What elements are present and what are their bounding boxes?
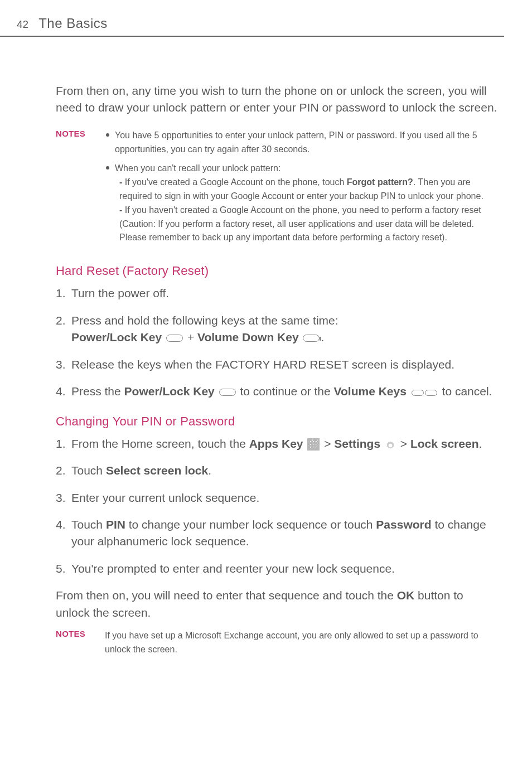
- notes-content: You have 5 opportunities to enter your u…: [105, 129, 499, 250]
- followup-paragraph: From then on, you will need to enter tha…: [56, 587, 499, 621]
- step2-end: .: [321, 331, 324, 343]
- pin-s4-pre: Touch: [71, 518, 106, 531]
- note-bullet-2: When you can't recall your unlock patter…: [105, 162, 499, 245]
- power-lock-key-label-2: Power/Lock Key: [124, 385, 218, 398]
- pin-label: PIN: [106, 518, 125, 531]
- password-label: Password: [376, 518, 431, 531]
- select-screen-lock-label: Select screen lock: [106, 464, 208, 477]
- intro-paragraph: From then on, any time you wish to turn …: [56, 83, 499, 117]
- pin-step-4: Touch PIN to change your number lock seq…: [56, 516, 499, 550]
- note-bullet-1: You have 5 opportunities to enter your u…: [105, 129, 499, 157]
- forgot-pattern-label: Forgot pattern?: [347, 177, 413, 187]
- power-lock-key-label: Power/Lock Key: [71, 331, 165, 343]
- pin-s2-end: .: [208, 464, 211, 477]
- hard-reset-steps: Turn the power off. Press and hold the f…: [56, 285, 499, 400]
- changing-pin-steps: From the Home screen, touch the Apps Key…: [56, 435, 499, 578]
- page-content: From then on, any time you wish to turn …: [0, 83, 532, 657]
- gear-icon: [385, 439, 396, 450]
- dash-icon: -: [119, 205, 125, 215]
- pin-step-1: From the Home screen, touch the Apps Key…: [56, 435, 499, 452]
- step-3: Release the keys when the FACTORY HARD R…: [56, 356, 499, 373]
- notes-block-2: NOTES If you have set up a Microsoft Exc…: [56, 629, 499, 657]
- pin-s1-end: .: [478, 437, 482, 450]
- step4-post: to cancel.: [439, 385, 492, 398]
- note-b2-intro: When you can't recall your unlock patter…: [115, 162, 499, 176]
- ok-button-label: OK: [397, 589, 415, 602]
- apps-key-label: Apps Key: [249, 437, 307, 450]
- step4-mid: to continue or the: [237, 385, 334, 398]
- step-1: Turn the power off.: [56, 285, 499, 302]
- step-2: Press and hold the following keys at the…: [56, 312, 499, 346]
- volume-keys-icon: [411, 384, 438, 400]
- follow-pre: From then on, you will need to enter tha…: [56, 589, 397, 602]
- pin-step-3: Enter your current unlock sequence.: [56, 490, 499, 506]
- pin-step-5: You're prompted to enter and reenter you…: [56, 560, 499, 577]
- settings-label: Settings: [334, 437, 384, 450]
- note-sub-1: - If you've created a Google Account on …: [115, 176, 499, 204]
- note-sub-2: - If you haven't created a Google Accoun…: [115, 204, 499, 245]
- page-header: 42 The Basics: [0, 0, 504, 37]
- pin-step-2: Touch Select screen lock.: [56, 462, 499, 479]
- note-sub2-text: If you haven't created a Google Account …: [119, 205, 481, 243]
- step-4: Press the Power/Lock Key to continue or …: [56, 383, 499, 401]
- notes-label: NOTES: [56, 129, 105, 250]
- notes-content-2: If you have set up a Microsoft Exchange …: [105, 629, 499, 657]
- apps-key-icon: [307, 438, 320, 451]
- step2-pre: Press and hold the following keys at the…: [71, 314, 338, 327]
- volume-keys-label: Volume Keys: [334, 385, 410, 398]
- page-number: 42: [17, 18, 28, 31]
- plus-text: +: [184, 331, 197, 343]
- hard-reset-heading: Hard Reset (Factory Reset): [56, 264, 499, 278]
- step4-pre: Press the: [71, 385, 124, 398]
- notes-block-1: NOTES You have 5 opportunities to enter …: [56, 129, 499, 250]
- pin-s1-pre: From the Home screen, touch the: [71, 437, 249, 450]
- lock-screen-label: Lock screen: [410, 437, 479, 450]
- pin-s4-mid: to change your number lock sequence or t…: [125, 518, 376, 531]
- gt2: >: [397, 437, 410, 450]
- pin-s2-pre: Touch: [71, 464, 106, 477]
- dash-icon: -: [119, 177, 125, 187]
- changing-pin-heading: Changing Your PIN or Password: [56, 414, 499, 429]
- power-key-icon: [219, 389, 236, 396]
- power-key-icon: [166, 335, 183, 342]
- volume-down-icon: [303, 335, 320, 342]
- note-sub1-pre: If you've created a Google Account on th…: [125, 177, 347, 187]
- header-title: The Basics: [38, 16, 108, 31]
- volume-down-key-label: Volume Down Key: [197, 331, 302, 343]
- notes-label-2: NOTES: [56, 629, 105, 657]
